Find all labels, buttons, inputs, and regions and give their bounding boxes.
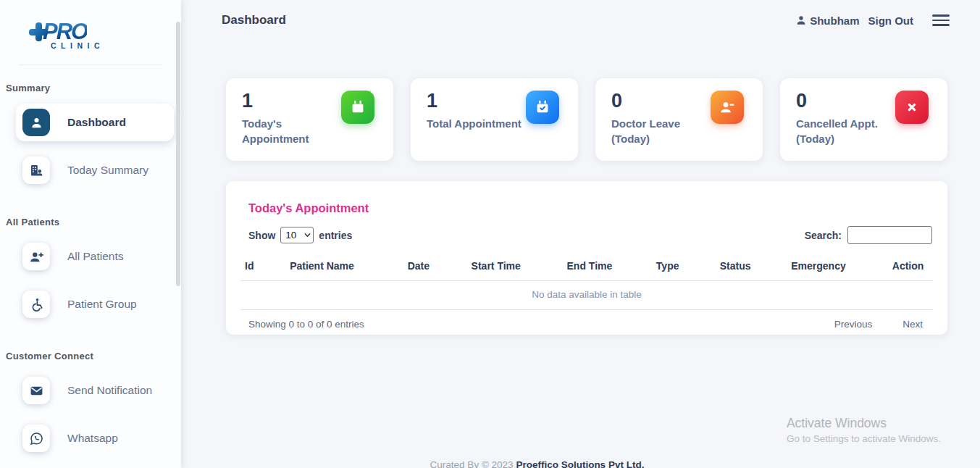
column-header-emergency[interactable]: Emergency: [787, 254, 888, 281]
stat-label: Cancelled Appt. (Today): [796, 116, 905, 146]
person-minus-icon: [711, 91, 744, 124]
sidebar-item-patient-group[interactable]: Patient Group: [16, 285, 171, 323]
entries-per-page-select[interactable]: 10: [280, 227, 314, 243]
sidebar-item-all-patients[interactable]: All Patients: [16, 238, 171, 275]
table-controls: Show 10 entries Search:: [240, 226, 933, 244]
empty-table-message: No data available in table: [240, 281, 933, 310]
column-header-patient-name[interactable]: Patient Name: [285, 254, 403, 281]
wheelchair-icon: [22, 291, 50, 318]
section-heading-customer-connect: Customer Connect: [0, 333, 181, 366]
sidebar-item-label: Whatsapp: [67, 432, 118, 445]
page-title: Dashboard: [222, 13, 286, 28]
table-empty-row: No data available in table: [240, 281, 933, 310]
section-heading-summary: Summary: [0, 65, 181, 98]
x-icon: [895, 91, 929, 124]
stat-card-cancelled-appt: 0 Cancelled Appt. (Today): [780, 78, 947, 161]
activate-windows-watermark: Activate Windows Go to Settings to activ…: [787, 416, 941, 444]
column-header-type[interactable]: Type: [652, 254, 716, 281]
column-header-status[interactable]: Status: [716, 254, 787, 281]
stat-card-doctor-leave: 0 Doctor Leave (Today): [595, 78, 763, 161]
topbar: Dashboard Shubham Sign Out: [181, 0, 980, 28]
search-input[interactable]: [847, 226, 932, 244]
stat-label: Doctor Leave (Today): [611, 116, 720, 146]
user-dashboard-icon: [22, 109, 50, 136]
proclinic-logo[interactable]: PRO CLINIC: [0, 0, 181, 50]
table-footer: Showing 0 to 0 of 0 entries Previous Nex…: [240, 310, 933, 330]
entries-summary: Showing 0 to 0 of 0 entries: [248, 319, 364, 330]
section-heading-all-patients: All Patients: [0, 199, 181, 232]
plus-logo-icon: [29, 22, 48, 41]
calendar-check-icon: [526, 91, 559, 124]
stat-label: Total Appointment: [427, 116, 535, 131]
watermark-title: Activate Windows: [787, 416, 941, 431]
whatsapp-icon: [22, 425, 50, 452]
stat-card-total-appointment: 1 Total Appointment: [411, 78, 578, 161]
panel-title: Today's Appointment: [240, 181, 933, 215]
sidebar-item-dashboard[interactable]: Dashboard: [16, 104, 174, 141]
entries-label: entries: [319, 230, 352, 241]
todays-appointment-panel: Today's Appointment Show 10 entries Sear…: [226, 181, 947, 335]
next-page-button[interactable]: Next: [902, 319, 923, 330]
sidebar-item-label: All Patients: [67, 250, 124, 263]
hospital-user-icon: [22, 156, 50, 184]
user-plus-icon: [22, 243, 50, 270]
stat-cards-row: 1 Today's Appointment 1 Total Appointmen…: [226, 78, 947, 161]
logo-text-clinic: CLINIC: [51, 41, 181, 50]
search-label: Search:: [805, 230, 842, 241]
column-header-date[interactable]: Date: [403, 254, 467, 281]
sidebar-item-label: Today Summary: [67, 164, 148, 177]
hamburger-menu-icon[interactable]: [932, 14, 950, 26]
sidebar: PRO CLINIC Summary Dashboard: [0, 0, 181, 468]
show-label: Show: [248, 230, 275, 241]
user-name[interactable]: Shubham: [810, 14, 859, 27]
sidebar-item-whatsapp[interactable]: Whatsapp: [16, 419, 171, 457]
sign-out-link[interactable]: Sign Out: [868, 14, 914, 27]
table-header-row: Id Patient Name Date Start Time End Time…: [240, 254, 933, 281]
stat-card-todays-appointment: 1 Today's Appointment: [226, 78, 393, 161]
footer-company-link[interactable]: Proeffico Solutions Pvt Ltd.: [516, 459, 644, 468]
stat-label: Today's Appointment: [242, 116, 351, 146]
calendar-icon: [341, 91, 374, 124]
sidebar-scrollbar[interactable]: [176, 22, 180, 286]
user-avatar-icon: [795, 14, 807, 26]
sidebar-item-label: Patient Group: [67, 298, 137, 311]
previous-page-button[interactable]: Previous: [834, 319, 873, 330]
main-content: Dashboard Shubham Sign Out 1 Today's App…: [181, 0, 980, 468]
sidebar-item-label: Send Notification: [67, 384, 152, 397]
column-header-end-time[interactable]: End Time: [563, 254, 652, 281]
sidebar-item-label: Dashboard: [67, 116, 126, 129]
watermark-subtitle: Go to Settings to activate Windows.: [787, 433, 941, 444]
page-footer: Curated By © 2023 Proeffico Solutions Pv…: [181, 459, 893, 468]
column-header-start-time[interactable]: Start Time: [467, 254, 563, 281]
appointments-table: Id Patient Name Date Start Time End Time…: [240, 254, 933, 310]
column-header-id[interactable]: Id: [240, 254, 285, 281]
sidebar-item-today-summary[interactable]: Today Summary: [16, 151, 171, 189]
sidebar-item-send-notification[interactable]: Send Notification: [16, 372, 171, 409]
envelope-icon: [22, 377, 50, 404]
column-header-action[interactable]: Action: [888, 254, 933, 281]
footer-prefix: Curated By © 2023: [430, 459, 514, 468]
